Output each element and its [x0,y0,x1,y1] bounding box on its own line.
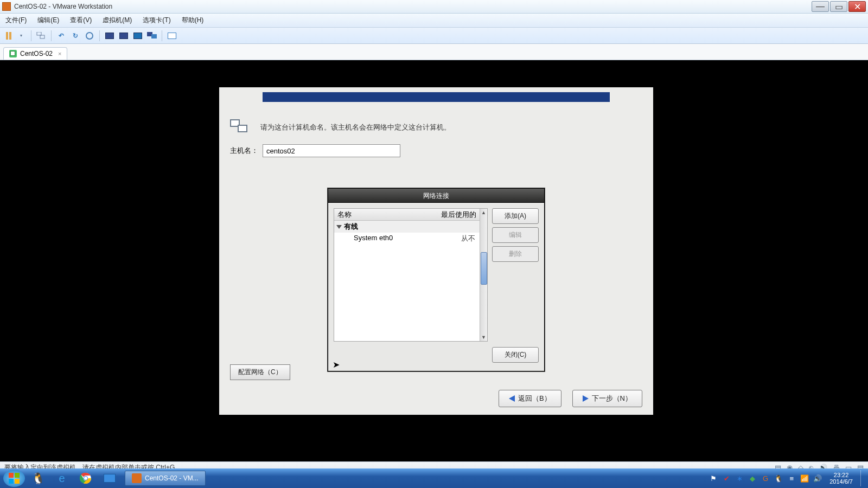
next-button[interactable]: 下一步（N） [572,390,642,407]
vm-running-icon [9,50,17,57]
hostname-illustration-icon [230,119,253,136]
scroll-up-icon[interactable]: ▲ [480,209,487,216]
system-tray: ⚑ ✔ ∗ ◆ G 🐧 ≡ 📶 🔊 23:22 2014/6/7 [709,470,865,486]
tab-bar: CentOS-02 × [0,44,868,60]
snapshot-take-icon[interactable]: ↻ [70,30,81,41]
tray-volume-icon[interactable]: 🔊 [813,474,822,483]
menu-vm[interactable]: 虚拟机(M) [100,15,134,26]
separator [99,30,100,41]
fullscreen-icon[interactable] [167,30,177,41]
scroll-down-icon[interactable]: ▼ [480,333,487,341]
svg-rect-5 [15,473,20,478]
connection-list[interactable]: 名称 最后使用的 有线 System eth0 从不 ▲ [334,208,488,342]
group-wired[interactable]: 有线 [334,221,480,233]
configure-network-button[interactable]: 配置网络（C） [230,364,290,380]
taskbar-ie-icon[interactable]: e [51,470,73,486]
menu-file[interactable]: 文件(F) [3,15,29,26]
toolbar: ▾ ↶ ↻ [0,28,868,44]
menu-help[interactable]: 帮助(H) [180,15,206,26]
scrollbar[interactable]: ▲ ▼ [480,209,487,341]
back-label: 返回（B） [518,394,551,403]
tray-qq-icon[interactable]: 🐧 [774,474,783,483]
taskbar-task-label: CentOS-02 - VM... [145,474,199,482]
vmware-task-icon [132,473,142,483]
vm-display-area[interactable]: 请为这台计算机命名。该主机名会在网络中定义这台计算机。 主机名： 网络连接 名称… [0,60,868,461]
instruction-text: 请为这台计算机命名。该主机名会在网络中定义这台计算机。 [260,123,451,132]
network-connections-dialog: 网络连接 名称 最后使用的 有线 System eth0 [328,188,545,371]
screen2-icon[interactable] [118,30,129,41]
group-wired-label: 有线 [344,222,358,232]
svg-rect-3 [151,34,157,38]
svg-rect-1 [40,35,44,38]
menu-view[interactable]: 查看(V) [68,15,94,26]
next-label: 下一步（N） [592,394,632,403]
window-titlebar: CentOS-02 - VMware Workstation — ▭ ✕ [0,0,868,14]
minimize-button[interactable]: — [812,1,829,12]
arrow-right-icon [583,395,589,402]
menu-tabs[interactable]: 选项卡(T) [141,15,173,26]
window-close-button[interactable]: ✕ [848,1,866,12]
add-button[interactable]: 添加(A) [492,208,539,224]
screen1-icon[interactable] [104,30,115,41]
edit-button[interactable]: 编辑 [492,227,539,243]
taskbar-qq-icon[interactable]: 🐧 [27,470,49,486]
connection-item[interactable]: System eth0 从不 [334,233,480,245]
revert-icon[interactable]: ↶ [56,30,67,41]
tab-label: CentOS-02 [20,50,53,57]
tray-shield-icon[interactable]: ◆ [748,474,757,483]
tray-date: 2014/6/7 [829,478,853,485]
col-lastused: 最后使用的 [436,210,480,220]
tray-time: 23:22 [829,472,853,478]
list-header: 名称 最后使用的 [334,209,480,221]
vm-tab[interactable]: CentOS-02 × [3,47,67,60]
separator [31,30,31,41]
tray-bars-icon[interactable]: ≡ [787,474,796,483]
svg-rect-4 [9,473,14,478]
hostname-input[interactable] [263,144,400,157]
progress-bar [263,92,610,102]
show-desktop-button[interactable] [860,470,865,486]
tab-close-icon[interactable]: × [58,50,61,57]
dialog-title: 网络连接 [328,189,544,203]
tray-wifi-icon[interactable]: 📶 [800,474,809,483]
connection-lastused: 从不 [437,234,477,243]
multi-monitor-icon[interactable] [146,30,157,41]
separator [51,30,52,41]
arrow-left-icon [509,395,515,402]
tray-clock[interactable]: 23:22 2014/6/7 [829,472,853,485]
taskbar-chrome-icon[interactable] [75,470,97,486]
expand-triangle-icon [336,225,342,229]
hostname-label: 主机名： [230,146,258,156]
tray-bluetooth-icon[interactable]: ∗ [735,474,744,483]
windows-taskbar: 🐧 e CentOS-02 - VM... ⚑ ✔ ∗ ◆ G 🐧 ≡ 📶 🔊 … [0,468,868,488]
pause-icon[interactable] [3,30,14,41]
unity-icon[interactable] [132,30,143,41]
svg-rect-6 [9,479,14,484]
connection-name: System eth0 [354,234,437,243]
delete-button[interactable]: 删除 [492,246,539,262]
manage-snapshot-icon[interactable] [84,30,95,41]
power-dropdown-icon[interactable]: ▾ [16,30,27,41]
taskbar-vmware-button[interactable]: CentOS-02 - VM... [125,471,206,486]
menubar: 文件(F) 编辑(E) 查看(V) 虚拟机(M) 选项卡(T) 帮助(H) [0,14,868,28]
snapshot-icon[interactable] [36,30,47,41]
taskbar-explorer-icon[interactable] [99,470,120,486]
svg-rect-0 [37,32,41,35]
start-button[interactable] [3,470,25,487]
tray-flag-icon[interactable]: ⚑ [709,474,718,483]
tray-action-icon[interactable]: ✔ [722,474,731,483]
mouse-cursor-icon: ➤ [333,359,340,370]
back-button[interactable]: 返回（B） [499,390,561,407]
separator [162,30,162,41]
installer-panel: 请为这台计算机命名。该主机名会在网络中定义这台计算机。 主机名： 网络连接 名称… [219,87,653,415]
svg-rect-7 [15,479,20,484]
window-title: CentOS-02 - VMware Workstation [14,3,812,10]
col-name: 名称 [334,210,436,220]
svg-point-10 [84,477,87,480]
menu-edit[interactable]: 编辑(E) [35,15,61,26]
maximize-button[interactable]: ▭ [830,1,847,12]
close-button[interactable]: 关闭(C) [492,347,539,363]
scroll-thumb[interactable] [481,252,487,285]
vmware-app-icon [2,2,11,11]
tray-app1-icon[interactable]: G [761,474,770,483]
